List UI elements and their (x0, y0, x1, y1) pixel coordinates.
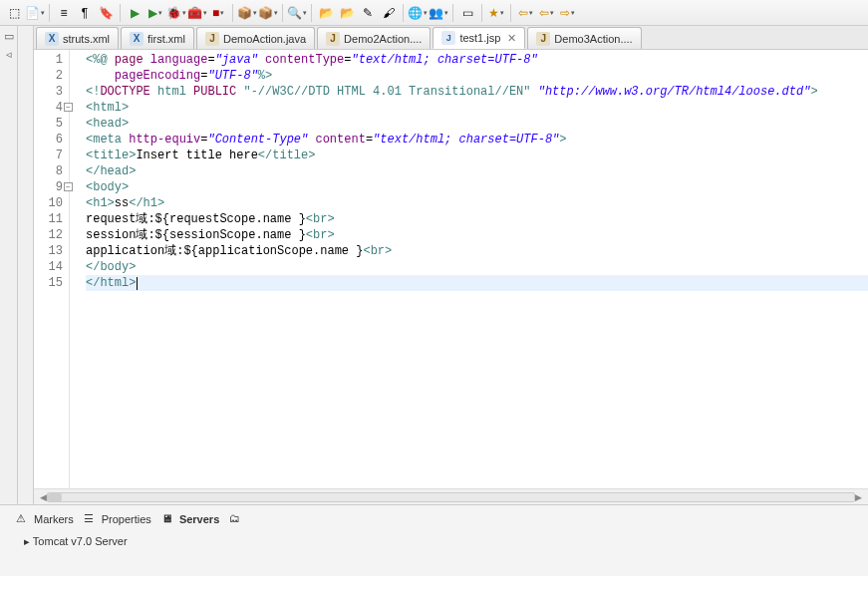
back-icon[interactable]: ⇦ (515, 3, 535, 23)
separator (403, 4, 404, 22)
new-icon[interactable]: 📦 (237, 3, 257, 23)
xml-file-icon: X (45, 32, 59, 46)
line-number: 3 (36, 84, 63, 100)
editor-tab-demo3action-[interactable]: JDemo3Action.... (527, 27, 641, 49)
stop-icon[interactable]: ■ (208, 3, 228, 23)
horizontal-scrollbar[interactable]: ◀ ▶ (34, 488, 868, 504)
separator (49, 4, 50, 22)
xml-file-icon: X (130, 32, 144, 46)
wrap-icon[interactable]: ¶ (75, 3, 95, 23)
view-tab-label: Properties (102, 513, 151, 525)
view-tab-markers[interactable]: ⚠Markers (16, 512, 74, 526)
code-line[interactable]: <body> (86, 179, 868, 195)
separator (232, 4, 233, 22)
editor-tab-demoaction-java[interactable]: JDemoAction.java (196, 27, 315, 49)
back2-icon[interactable]: ⇦ (536, 3, 556, 23)
code-line[interactable]: <head> (86, 116, 868, 132)
line-number: 2 (36, 68, 63, 84)
wand-icon[interactable]: ✎ (358, 3, 378, 23)
line-number: 9− (36, 179, 63, 195)
server-label: Tomcat v7.0 Server (33, 535, 128, 547)
tag-icon[interactable]: 🔖 (96, 3, 116, 23)
tab-label: DemoAction.java (223, 33, 306, 45)
separator (452, 4, 453, 22)
editor-tabbar: Xstruts.xmlXfirst.xmlJDemoAction.javaJDe… (34, 26, 868, 50)
jsp-file-icon: J (441, 31, 455, 45)
view-tab-label: Servers (179, 513, 219, 525)
line-number: 1 (36, 52, 63, 68)
properties-icon: ☰ (84, 512, 98, 526)
line-numbers: 1234−56789−101112131415 (34, 50, 70, 488)
editor-area: Xstruts.xmlXfirst.xmlJDemoAction.javaJDe… (34, 26, 868, 504)
code-line[interactable]: <meta http-equiv="Content-Type" content=… (86, 132, 868, 148)
left-trim: ▭ ◃ (0, 26, 18, 504)
code-line[interactable]: application域:${applicationScope.name }<b… (86, 243, 868, 259)
new2-icon[interactable]: 📦 (258, 3, 278, 23)
line-number: 12 (36, 227, 63, 243)
pkg-icon[interactable]: ▭ (457, 3, 477, 23)
code-line[interactable]: pageEncoding="UTF-8"%> (86, 68, 868, 84)
nav-dd-icon[interactable]: 📄 (25, 3, 45, 23)
scroll-right-icon[interactable]: ▶ (855, 492, 862, 502)
line-number: 13 (36, 243, 63, 259)
line-number: 6 (36, 132, 63, 148)
outline-trim (18, 26, 34, 504)
bottom-panel: ⚠Markers☰Properties🖥Servers🗂 ▸ Tomcat v7… (0, 504, 868, 576)
line-number: 5 (36, 116, 63, 132)
globe-icon[interactable]: 🌐 (408, 3, 428, 23)
code-line[interactable]: request域:${requestScope.name }<br> (86, 211, 868, 227)
editor-tab-struts-xml[interactable]: Xstruts.xml (36, 27, 119, 49)
code-line[interactable]: <h1>ss</h1> (86, 195, 868, 211)
debug-icon[interactable]: 🐞 (166, 3, 186, 23)
editor-tab-first-xml[interactable]: Xfirst.xml (121, 27, 194, 49)
nav-icon[interactable]: ⬚ (4, 3, 24, 23)
tab-label: struts.xml (63, 33, 110, 45)
fwd-icon[interactable]: ⇨ (557, 3, 577, 23)
search-icon[interactable]: 🔍 (287, 3, 307, 23)
code-line[interactable]: <html> (86, 100, 868, 116)
code-line[interactable]: <!DOCTYPE html PUBLIC "-//W3C//DTD HTML … (86, 84, 868, 100)
fav-icon[interactable]: ★ (486, 3, 506, 23)
java-file-icon: J (205, 32, 219, 46)
tab-label: Demo2Action.... (344, 33, 422, 45)
scroll-left-icon[interactable]: ◀ (40, 492, 47, 502)
code-area[interactable]: <%@ page language="java" contentType="te… (82, 50, 868, 488)
view-tab-data[interactable]: 🗂 (229, 512, 247, 526)
open-type-icon[interactable]: 📂 (337, 3, 357, 23)
restore-icon[interactable]: ◃ (2, 48, 16, 62)
minimize-icon[interactable]: ▭ (2, 30, 16, 44)
server-icon: ▸ (24, 535, 33, 547)
editor-body: 1234−56789−101112131415 <%@ page languag… (34, 50, 868, 488)
run-icon[interactable]: ▶ (125, 3, 145, 23)
view-tabs: ⚠Markers☰Properties🖥Servers🗂 (4, 509, 864, 529)
scroll-thumb[interactable] (48, 493, 62, 501)
brush-icon[interactable]: 🖌 (379, 3, 399, 23)
separator (282, 4, 283, 22)
run-dd-icon[interactable]: ▶ (145, 3, 165, 23)
align-icon[interactable]: ≡ (54, 3, 74, 23)
view-tab-servers[interactable]: 🖥Servers (161, 512, 219, 526)
team-icon[interactable]: 👥 (429, 3, 448, 23)
code-line[interactable]: session域:${sessionScope.name }<br> (86, 227, 868, 243)
main-area: ▭ ◃ Xstruts.xmlXfirst.xmlJDemoAction.jav… (0, 26, 868, 504)
code-line[interactable]: </head> (86, 163, 868, 179)
tab-label: test1.jsp (459, 32, 500, 44)
server-entry[interactable]: ▸ Tomcat v7.0 Server (4, 529, 864, 548)
main-toolbar: ⬚ 📄 ≡ ¶ 🔖 ▶ ▶ 🐞 🧰 ■ 📦 📦 🔍 📂 📂 ✎ 🖌 🌐 👥 ▭ … (0, 0, 868, 26)
view-tab-label: Markers (34, 513, 74, 525)
line-number: 8 (36, 163, 63, 179)
view-tab-properties[interactable]: ☰Properties (84, 512, 151, 526)
java-file-icon: J (326, 32, 340, 46)
editor-tab-demo2action-[interactable]: JDemo2Action.... (317, 27, 431, 49)
ext-tools-icon[interactable]: 🧰 (187, 3, 207, 23)
separator (311, 4, 312, 22)
code-line[interactable]: <%@ page language="java" contentType="te… (86, 52, 868, 68)
code-line[interactable]: </html> (86, 275, 868, 291)
code-line[interactable]: <title>Insert title here</title> (86, 148, 868, 163)
open-icon[interactable]: 📂 (316, 3, 336, 23)
code-line[interactable]: </body> (86, 259, 868, 275)
tab-label: first.xml (147, 33, 185, 45)
close-icon[interactable]: ✕ (507, 32, 516, 45)
scroll-track[interactable] (47, 492, 855, 502)
editor-tab-test1-jsp[interactable]: Jtest1.jsp✕ (433, 27, 525, 49)
